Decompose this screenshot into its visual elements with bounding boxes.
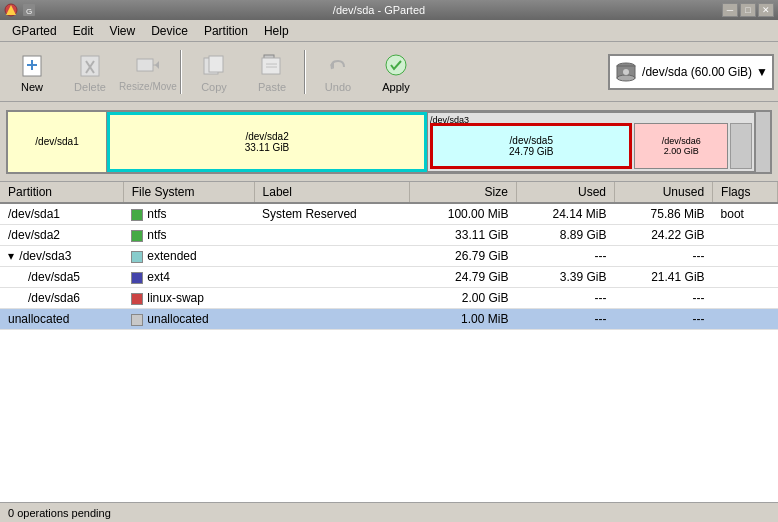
table-row[interactable]: ▾ /dev/sda3extended26.79 GiB------ <box>0 246 778 267</box>
new-label: New <box>21 81 43 93</box>
map-sda6[interactable]: /dev/sda6 2.00 GiB <box>634 123 728 169</box>
undo-button[interactable]: Undo <box>310 45 366 99</box>
titlebar: G /dev/sda - GParted ─ □ ✕ <box>0 0 778 20</box>
cell-filesystem: extended <box>123 246 254 267</box>
cell-filesystem: ntfs <box>123 225 254 246</box>
new-button[interactable]: New <box>4 45 60 99</box>
cell-flags <box>713 225 778 246</box>
menu-partition[interactable]: Partition <box>196 22 256 40</box>
svg-rect-15 <box>262 58 280 74</box>
menu-gparted[interactable]: GParted <box>4 22 65 40</box>
map-unallocated <box>755 112 770 172</box>
titlebar-controls[interactable]: ─ □ ✕ <box>722 3 774 17</box>
cell-flags <box>713 309 778 330</box>
cell-size: 100.00 MiB <box>409 203 516 225</box>
svg-rect-13 <box>209 56 223 72</box>
menu-edit[interactable]: Edit <box>65 22 102 40</box>
statusbar: 0 operations pending <box>0 502 778 522</box>
cell-size: 26.79 GiB <box>409 246 516 267</box>
cell-partition: /dev/sda6 <box>0 288 123 309</box>
cell-partition: /dev/sda5 <box>0 267 123 288</box>
titlebar-icon-label: G <box>22 3 36 17</box>
table-row[interactable]: /dev/sda2ntfs33.11 GiB8.89 GiB24.22 GiB <box>0 225 778 246</box>
menubar: GParted Edit View Device Partition Help <box>0 20 778 42</box>
device-dropdown-icon[interactable]: ▼ <box>756 65 768 79</box>
delete-button[interactable]: Delete <box>62 45 118 99</box>
map-unalloc-ext <box>730 123 752 169</box>
paste-label: Paste <box>258 81 286 93</box>
col-partition[interactable]: Partition <box>0 182 123 203</box>
map-sda3[interactable]: /dev/sda3 /dev/sda5 24.79 GiB /dev/sda6 … <box>427 112 755 172</box>
partition-table: Partition File System Label Size Used Un… <box>0 182 778 330</box>
paste-button[interactable]: Paste <box>244 45 300 99</box>
cell-size: 33.11 GiB <box>409 225 516 246</box>
cell-filesystem: linux-swap <box>123 288 254 309</box>
cell-unused: --- <box>615 246 713 267</box>
disk-icon <box>614 60 638 84</box>
svg-point-22 <box>617 75 635 81</box>
map-sda2[interactable]: /dev/sda2 33.11 GiB <box>107 112 427 172</box>
svg-point-19 <box>386 55 406 75</box>
cell-partition: ▾ /dev/sda3 <box>0 246 123 267</box>
cell-label <box>254 225 409 246</box>
apply-icon <box>382 51 410 79</box>
resize-button[interactable]: Resize/Move <box>120 45 176 99</box>
cell-unused: 75.86 MiB <box>615 203 713 225</box>
map-sda1[interactable]: /dev/sda1 <box>8 112 107 172</box>
device-selector[interactable]: /dev/sda (60.00 GiB) ▼ <box>608 54 774 90</box>
minimize-button[interactable]: ─ <box>722 3 738 17</box>
table-row[interactable]: unallocatedunallocated1.00 MiB------ <box>0 309 778 330</box>
menu-device[interactable]: Device <box>143 22 196 40</box>
cell-flags <box>713 246 778 267</box>
table-row[interactable]: /dev/sda6linux-swap2.00 GiB------ <box>0 288 778 309</box>
copy-button[interactable]: Copy <box>186 45 242 99</box>
map-container: /dev/sda1 /dev/sda2 33.11 GiB /dev/sda3 … <box>6 110 772 174</box>
cell-size: 1.00 MiB <box>409 309 516 330</box>
cell-flags <box>713 288 778 309</box>
titlebar-title: /dev/sda - GParted <box>36 4 722 16</box>
svg-text:G: G <box>26 7 32 16</box>
col-size[interactable]: Size <box>409 182 516 203</box>
cell-used: 8.89 GiB <box>516 225 614 246</box>
maximize-button[interactable]: □ <box>740 3 756 17</box>
col-flags[interactable]: Flags <box>713 182 778 203</box>
menu-view[interactable]: View <box>101 22 143 40</box>
cell-used: 24.14 MiB <box>516 203 614 225</box>
col-filesystem[interactable]: File System <box>123 182 254 203</box>
cell-label <box>254 267 409 288</box>
col-label[interactable]: Label <box>254 182 409 203</box>
copy-label: Copy <box>201 81 227 93</box>
cell-filesystem: ntfs <box>123 203 254 225</box>
col-unused[interactable]: Unused <box>615 182 713 203</box>
menu-help[interactable]: Help <box>256 22 297 40</box>
delete-label: Delete <box>74 81 106 93</box>
resize-label: Resize/Move <box>119 81 177 92</box>
cell-partition: /dev/sda2 <box>0 225 123 246</box>
cell-flags <box>713 267 778 288</box>
partition-map: /dev/sda1 /dev/sda2 33.11 GiB /dev/sda3 … <box>0 102 778 182</box>
cell-size: 2.00 GiB <box>409 288 516 309</box>
cell-flags: boot <box>713 203 778 225</box>
toolbar-separator-2 <box>304 50 306 94</box>
cell-filesystem: ext4 <box>123 267 254 288</box>
cell-unused: --- <box>615 309 713 330</box>
cell-used: --- <box>516 246 614 267</box>
apply-button[interactable]: Apply <box>368 45 424 99</box>
delete-icon <box>76 51 104 79</box>
paste-icon <box>258 51 286 79</box>
cell-label <box>254 246 409 267</box>
cell-label: System Reserved <box>254 203 409 225</box>
table-row[interactable]: /dev/sda5ext424.79 GiB3.39 GiB21.41 GiB <box>0 267 778 288</box>
table-row[interactable]: /dev/sda1ntfsSystem Reserved100.00 MiB24… <box>0 203 778 225</box>
toolbar: New Delete Resize/Move <box>0 42 778 102</box>
cell-label <box>254 288 409 309</box>
map-sda5[interactable]: /dev/sda5 24.79 GiB <box>430 123 632 169</box>
device-label: /dev/sda (60.00 GiB) <box>642 65 752 79</box>
close-button[interactable]: ✕ <box>758 3 774 17</box>
col-used[interactable]: Used <box>516 182 614 203</box>
cell-label <box>254 309 409 330</box>
cell-filesystem: unallocated <box>123 309 254 330</box>
copy-icon <box>200 51 228 79</box>
svg-point-23 <box>623 69 629 75</box>
partition-table-container: Partition File System Label Size Used Un… <box>0 182 778 502</box>
